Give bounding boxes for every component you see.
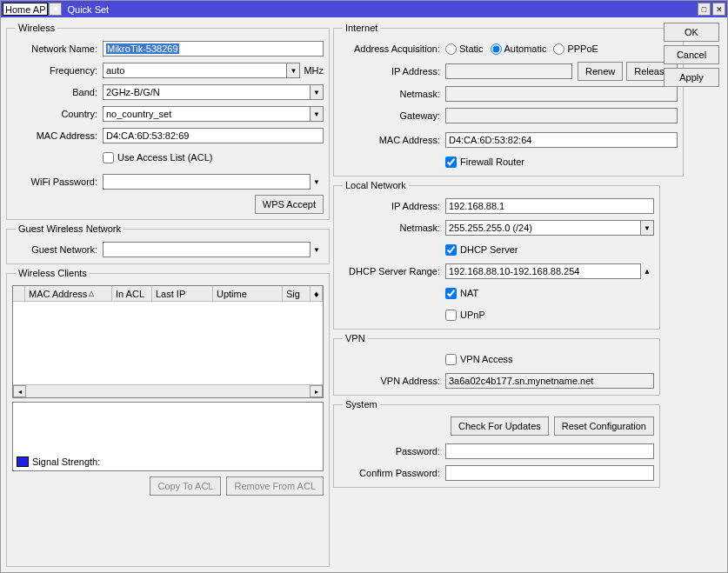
upnp-checkbox[interactable]: UPnP [445,310,485,321]
remove-from-acl-button[interactable]: Remove From ACL [226,476,324,496]
guest-label: Guest Network: [12,244,103,255]
vpn-group: VPN VPN Access VPN Address: [333,333,660,396]
network-name-input[interactable]: MikroTik-538269 [103,41,324,57]
clients-group: Wireless Clients MAC Address△ In ACL Las… [6,268,330,567]
quickset-window: Home AP ▼ Quick Set □ ✕ Wireless Network… [0,0,728,573]
acq-auto[interactable]: Automatic [491,43,547,55]
frequency-dropdown-icon[interactable]: ▼ [286,63,300,78]
vpn-legend: VPN [343,333,368,343]
band-input[interactable] [103,84,311,100]
signal-swatch [17,456,29,467]
col-inacl[interactable]: In ACL [112,286,152,301]
vpn-addr-input [445,373,654,389]
wifi-pw-label: WiFi Password: [12,177,103,187]
col-lastip[interactable]: Last IP [152,286,213,301]
country-input[interactable] [103,106,311,122]
col-scroll[interactable]: ♦ [311,286,323,301]
renew-button[interactable]: Renew [578,62,623,81]
loc-netmask-label: Netmask: [339,223,445,233]
close-button[interactable]: ✕ [712,3,725,16]
frequency-unit: MHz [300,65,324,76]
reset-config-button[interactable]: Reset Configuration [554,416,654,436]
dhcp-range-collapse-icon[interactable]: ▲ [640,263,654,279]
use-acl-checkbox[interactable]: Use Access List (ACL) [103,152,212,163]
col-sig[interactable]: Sig [283,286,311,301]
firewall-checkbox[interactable]: Firewall Router [445,157,524,168]
acq-radio-group: Static Automatic PPPoE [445,43,598,55]
wifi-pw-expand-icon[interactable]: ▼ [310,174,324,190]
local-legend: Local Network [343,180,409,190]
acq-label: Address Acquisition: [339,43,445,54]
wifi-pw-input[interactable] [103,174,311,190]
vpn-addr-label: VPN Address: [339,376,445,386]
loc-ip-label: IP Address: [339,201,445,211]
clients-header: MAC Address△ In ACL Last IP Uptime Sig ♦ [13,286,323,302]
clients-hscroll[interactable]: ◂ ▸ [13,384,323,397]
use-acl-check[interactable] [103,152,114,163]
vpn-access-checkbox[interactable]: VPN Access [445,354,513,365]
network-name-label: Network Name: [12,43,103,54]
scroll-right-icon[interactable]: ▸ [310,385,323,397]
check-updates-button[interactable]: Check For Updates [451,416,549,436]
int-gateway-input [445,108,678,123]
loc-netmask-dropdown-icon[interactable]: ▼ [640,220,654,236]
dhcp-checkbox[interactable]: DHCP Server [445,244,518,256]
band-label: Band: [12,87,103,97]
dhcp-range-label: DHCP Server Range: [339,266,445,277]
nat-checkbox[interactable]: NAT [445,288,478,299]
col-blank[interactable] [13,286,25,301]
signal-label: Signal Strength: [32,456,100,467]
wireless-group: Wireless Network Name: MikroTik-538269 F… [6,23,330,220]
dhcp-range-input[interactable] [445,263,641,279]
wl-mac-input[interactable] [103,128,324,143]
guest-legend: Guest Wireless Network [16,223,124,234]
int-netmask-input [445,86,678,102]
system-group: System Check For Updates Reset Configura… [333,399,660,488]
mode-select-dropdown-icon[interactable]: ▼ [49,3,62,16]
scroll-left-icon[interactable]: ◂ [13,385,26,397]
int-ip-input [445,63,572,79]
int-mac-input[interactable] [445,132,678,148]
cancel-button[interactable]: Cancel [664,45,719,64]
sys-cpw-input[interactable] [445,465,654,481]
col-mac[interactable]: MAC Address△ [25,286,112,301]
clients-table[interactable]: MAC Address△ In ACL Last IP Uptime Sig ♦… [12,285,324,398]
apply-button[interactable]: Apply [664,68,719,87]
guest-input[interactable] [103,242,311,257]
col-uptime[interactable]: Uptime [213,286,283,301]
frequency-input[interactable] [103,63,287,78]
country-label: Country: [12,109,103,119]
wireless-legend: Wireless [16,23,57,33]
internet-legend: Internet [343,23,380,33]
system-legend: System [343,399,380,410]
country-dropdown-icon[interactable]: ▼ [310,106,324,122]
wl-mac-label: MAC Address: [12,130,103,141]
guest-expand-icon[interactable]: ▼ [310,242,324,257]
titlebar: Home AP ▼ Quick Set □ ✕ [1,1,727,17]
internet-group: Internet Address Acquisition: Static Aut… [333,23,684,177]
loc-netmask-input[interactable] [445,220,641,236]
minimize-button[interactable]: □ [698,3,711,16]
loc-ip-input[interactable] [445,198,654,214]
int-ip-label: IP Address: [339,66,445,77]
int-gateway-label: Gateway: [339,110,445,121]
mode-select[interactable]: Home AP [3,3,48,16]
sys-pw-input[interactable] [445,443,654,459]
sys-pw-label: Password: [339,446,445,456]
acq-pppoe[interactable]: PPPoE [553,43,598,55]
sys-cpw-label: Confirm Password: [339,468,445,478]
ok-button[interactable]: OK [664,23,719,42]
int-mac-label: MAC Address: [339,135,445,145]
int-netmask-label: Netmask: [339,89,445,99]
clients-legend: Wireless Clients [16,268,90,278]
wps-accept-button[interactable]: WPS Accept [255,195,324,214]
copy-to-acl-button[interactable]: Copy To ACL [150,476,221,496]
band-dropdown-icon[interactable]: ▼ [310,84,324,100]
signal-chart: Signal Strength: [12,402,324,471]
frequency-label: Frequency: [12,65,103,76]
local-group: Local Network IP Address: Netmask: ▼ DHC… [333,180,660,330]
guest-group: Guest Wireless Network Guest Network: ▼ [6,223,330,264]
window-title: Quick Set [65,4,698,15]
acq-static[interactable]: Static [445,43,484,55]
